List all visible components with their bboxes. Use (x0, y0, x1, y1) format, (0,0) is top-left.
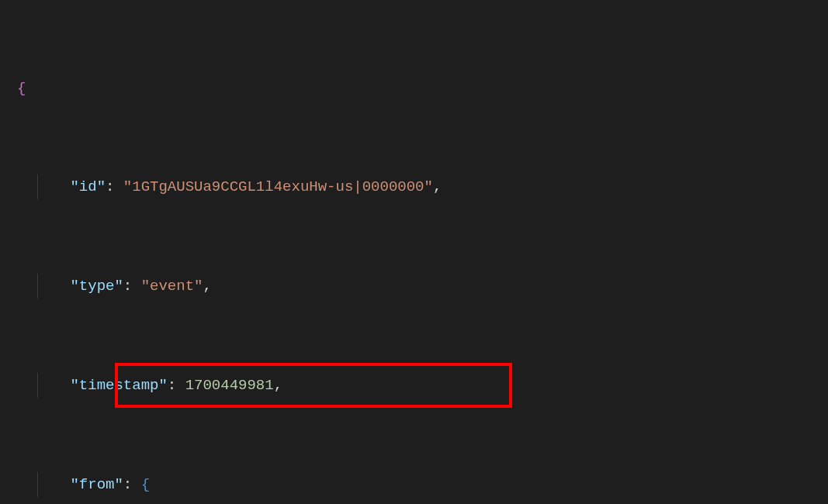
json-key: "from" (70, 476, 123, 493)
code-line: "type": "event", (0, 274, 828, 299)
json-key: "timestamp" (70, 377, 167, 394)
json-key: "id" (70, 178, 106, 195)
json-string: "1GTgAUSUa9CCGL1l4exuHw-us|0000000" (123, 178, 433, 195)
brace-open: { (141, 476, 150, 493)
code-line: "id": "1GTgAUSUa9CCGL1l4exuHw-us|0000000… (0, 174, 828, 199)
code-line: { (0, 76, 828, 101)
code-line: "timestamp": 1700449981, (0, 373, 828, 398)
json-number: 1700449981 (185, 377, 274, 394)
code-line: "from": { (0, 472, 828, 497)
json-string: "event" (141, 278, 203, 295)
json-key: "type" (70, 278, 123, 295)
brace-open: { (17, 80, 26, 97)
code-editor[interactable]: { "id": "1GTgAUSUa9CCGL1l4exuHw-us|00000… (0, 0, 828, 504)
